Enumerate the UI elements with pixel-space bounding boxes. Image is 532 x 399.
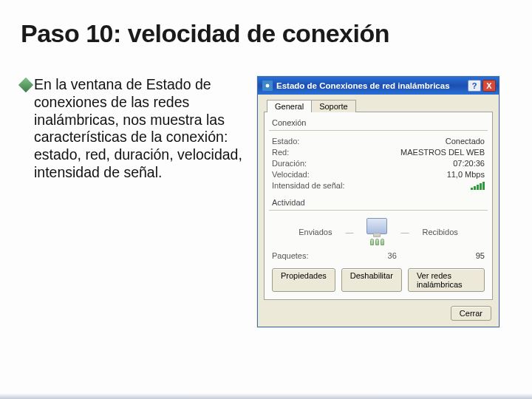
- status-dialog: Estado de Conexiones de red inalámbricas…: [257, 76, 499, 327]
- bullet-text: En la ventana de Estado de conexiones de…: [34, 76, 242, 182]
- estado-label: Estado:: [272, 137, 299, 146]
- tab-pane-general: Conexión Estado:Conectado Red:MAESTROS D…: [264, 112, 493, 300]
- slide-accent: [0, 393, 532, 399]
- cerrar-button[interactable]: Cerrar: [451, 306, 491, 321]
- recibidos-label: Recibidos: [422, 228, 457, 236]
- red-value: MAESTROS DEL WEB: [400, 148, 485, 157]
- bullet-diamond-icon: [18, 78, 33, 92]
- signal-strength-icon: [471, 181, 485, 190]
- help-button[interactable]: ?: [468, 80, 481, 92]
- app-icon: [262, 81, 273, 91]
- estado-value: Conectado: [446, 137, 485, 146]
- computer-icon: [366, 218, 387, 234]
- paquetes-label: Paquetes:: [272, 251, 309, 260]
- tab-soporte[interactable]: Soporte: [311, 100, 356, 112]
- titlebar: Estado de Conexiones de red inalámbricas…: [258, 77, 499, 95]
- wireless-icon: [370, 239, 384, 245]
- close-button[interactable]: X: [482, 80, 496, 92]
- dialog-title: Estado de Conexiones de red inalámbricas: [276, 81, 450, 90]
- velocidad-value: 11,0 Mbps: [447, 170, 485, 179]
- bullet-block: En la ventana de Estado de conexiones de…: [21, 76, 242, 327]
- paquetes-enviados-value: 36: [309, 251, 476, 260]
- velocidad-label: Velocidad:: [272, 170, 310, 179]
- group-actividad-title: Actividad: [272, 198, 485, 207]
- tabs: General Soporte: [264, 99, 493, 112]
- tab-general[interactable]: General: [267, 100, 312, 112]
- paquetes-recibidos-value: 95: [476, 251, 485, 260]
- dash-icon: —: [400, 228, 409, 236]
- slide-title: Paso 10: velocidad de conexión: [0, 0, 532, 48]
- intensidad-label: Intensidad de señal:: [272, 181, 344, 190]
- deshabilitar-button[interactable]: Deshabilitar: [341, 268, 402, 292]
- duracion-value: 07:20:36: [453, 159, 485, 168]
- ver-redes-button[interactable]: Ver redes inalámbricas: [408, 268, 485, 292]
- duracion-label: Duración:: [272, 159, 307, 168]
- activity-diagram: Enviados — — Recibidos: [272, 215, 485, 250]
- red-label: Red:: [272, 148, 289, 157]
- propiedades-button[interactable]: Propiedades: [272, 268, 335, 292]
- group-conexion-title: Conexión: [272, 118, 485, 127]
- enviados-label: Enviados: [299, 228, 332, 236]
- dash-icon: —: [345, 228, 353, 236]
